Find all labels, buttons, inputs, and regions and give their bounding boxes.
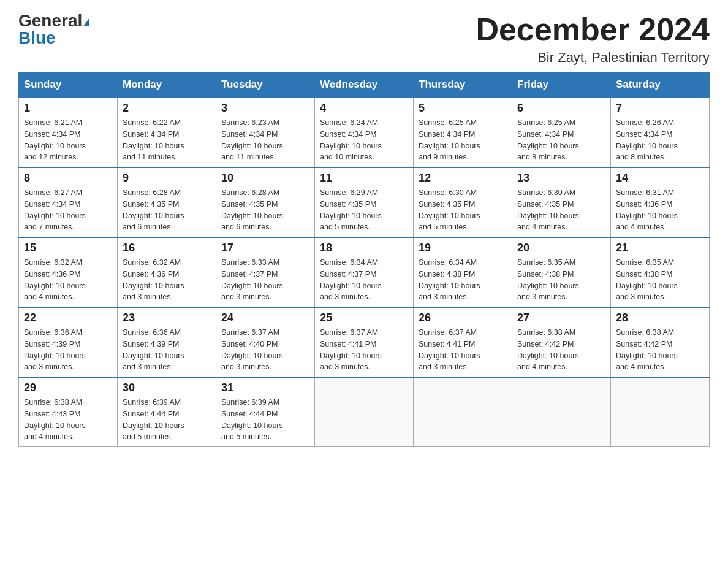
day-number: 23 — [123, 312, 211, 324]
day-info: Sunrise: 6:36 AM Sunset: 4:39 PM Dayligh… — [123, 327, 211, 373]
table-row: 14 Sunrise: 6:31 AM Sunset: 4:36 PM Dayl… — [611, 167, 710, 237]
location-title: Bir Zayt, Palestinian Territory — [476, 50, 710, 66]
table-row: 19 Sunrise: 6:34 AM Sunset: 4:38 PM Dayl… — [414, 237, 512, 307]
day-info: Sunrise: 6:34 AM Sunset: 4:37 PM Dayligh… — [320, 257, 408, 303]
table-row: 26 Sunrise: 6:37 AM Sunset: 4:41 PM Dayl… — [414, 307, 512, 377]
table-row: 3 Sunrise: 6:23 AM Sunset: 4:34 PM Dayli… — [216, 98, 315, 167]
week-row-4: 22 Sunrise: 6:36 AM Sunset: 4:39 PM Dayl… — [19, 307, 710, 377]
day-number: 15 — [24, 242, 112, 255]
day-number: 7 — [616, 102, 704, 115]
day-number: 9 — [123, 172, 211, 185]
day-info: Sunrise: 6:22 AM Sunset: 4:34 PM Dayligh… — [123, 117, 211, 163]
day-info: Sunrise: 6:28 AM Sunset: 4:35 PM Dayligh… — [221, 187, 309, 233]
day-number: 28 — [616, 312, 704, 324]
day-number: 31 — [221, 381, 309, 394]
col-saturday: Saturday — [611, 72, 710, 98]
week-row-2: 8 Sunrise: 6:27 AM Sunset: 4:34 PM Dayli… — [19, 167, 710, 237]
day-info: Sunrise: 6:34 AM Sunset: 4:38 PM Dayligh… — [419, 257, 507, 303]
table-row: 21 Sunrise: 6:35 AM Sunset: 4:38 PM Dayl… — [611, 237, 710, 307]
day-info: Sunrise: 6:35 AM Sunset: 4:38 PM Dayligh… — [616, 257, 704, 303]
day-info: Sunrise: 6:36 AM Sunset: 4:39 PM Dayligh… — [24, 327, 112, 373]
day-info: Sunrise: 6:28 AM Sunset: 4:35 PM Dayligh… — [123, 187, 211, 233]
day-info: Sunrise: 6:39 AM Sunset: 4:44 PM Dayligh… — [123, 397, 211, 443]
table-row: 27 Sunrise: 6:38 AM Sunset: 4:42 PM Dayl… — [512, 307, 611, 377]
day-number: 19 — [419, 242, 507, 255]
table-row: 18 Sunrise: 6:34 AM Sunset: 4:37 PM Dayl… — [315, 237, 414, 307]
page-header: General Blue December 2024 Bir Zayt, Pal… — [18, 12, 710, 66]
day-info: Sunrise: 6:38 AM Sunset: 4:43 PM Dayligh… — [24, 397, 112, 443]
day-info: Sunrise: 6:25 AM Sunset: 4:34 PM Dayligh… — [419, 117, 507, 163]
table-row: 1 Sunrise: 6:21 AM Sunset: 4:34 PM Dayli… — [19, 98, 118, 167]
week-row-1: 1 Sunrise: 6:21 AM Sunset: 4:34 PM Dayli… — [19, 98, 710, 167]
table-row: 13 Sunrise: 6:30 AM Sunset: 4:35 PM Dayl… — [512, 167, 611, 237]
day-info: Sunrise: 6:39 AM Sunset: 4:44 PM Dayligh… — [221, 397, 309, 443]
day-number: 29 — [24, 381, 112, 394]
day-info: Sunrise: 6:24 AM Sunset: 4:34 PM Dayligh… — [320, 117, 408, 163]
table-row: 4 Sunrise: 6:24 AM Sunset: 4:34 PM Dayli… — [315, 98, 414, 167]
day-number: 5 — [419, 102, 507, 115]
table-row: 24 Sunrise: 6:37 AM Sunset: 4:40 PM Dayl… — [216, 307, 315, 377]
day-info: Sunrise: 6:25 AM Sunset: 4:34 PM Dayligh… — [517, 117, 605, 163]
day-info: Sunrise: 6:21 AM Sunset: 4:34 PM Dayligh… — [24, 117, 112, 163]
day-number: 12 — [419, 172, 507, 185]
table-row: 25 Sunrise: 6:37 AM Sunset: 4:41 PM Dayl… — [315, 307, 414, 377]
day-number: 30 — [123, 381, 211, 394]
day-number: 10 — [221, 172, 309, 185]
day-info: Sunrise: 6:37 AM Sunset: 4:41 PM Dayligh… — [419, 327, 507, 373]
table-row: 28 Sunrise: 6:38 AM Sunset: 4:42 PM Dayl… — [611, 307, 710, 377]
week-row-5: 29 Sunrise: 6:38 AM Sunset: 4:43 PM Dayl… — [19, 377, 710, 447]
table-row — [315, 377, 414, 447]
day-info: Sunrise: 6:30 AM Sunset: 4:35 PM Dayligh… — [517, 187, 605, 233]
day-number: 25 — [320, 312, 408, 324]
day-number: 4 — [320, 102, 408, 115]
day-number: 18 — [320, 242, 408, 255]
col-tuesday: Tuesday — [216, 72, 315, 98]
day-info: Sunrise: 6:30 AM Sunset: 4:35 PM Dayligh… — [419, 187, 507, 233]
day-info: Sunrise: 6:23 AM Sunset: 4:34 PM Dayligh… — [221, 117, 309, 163]
day-number: 22 — [24, 312, 112, 324]
day-number: 6 — [517, 102, 605, 115]
month-title: December 2024 — [476, 12, 710, 47]
day-number: 27 — [517, 312, 605, 324]
day-info: Sunrise: 6:29 AM Sunset: 4:35 PM Dayligh… — [320, 187, 408, 233]
day-info: Sunrise: 6:26 AM Sunset: 4:34 PM Dayligh… — [616, 117, 704, 163]
day-info: Sunrise: 6:31 AM Sunset: 4:36 PM Dayligh… — [616, 187, 704, 233]
table-row: 15 Sunrise: 6:32 AM Sunset: 4:36 PM Dayl… — [19, 237, 118, 307]
title-area: December 2024 Bir Zayt, Palestinian Terr… — [476, 12, 710, 66]
day-number: 14 — [616, 172, 704, 185]
col-sunday: Sunday — [19, 72, 118, 98]
day-number: 1 — [24, 102, 112, 115]
day-info: Sunrise: 6:32 AM Sunset: 4:36 PM Dayligh… — [24, 257, 112, 303]
day-number: 26 — [419, 312, 507, 324]
table-row: 5 Sunrise: 6:25 AM Sunset: 4:34 PM Dayli… — [414, 98, 512, 167]
day-info: Sunrise: 6:27 AM Sunset: 4:34 PM Dayligh… — [24, 187, 112, 233]
day-info: Sunrise: 6:37 AM Sunset: 4:40 PM Dayligh… — [221, 327, 309, 373]
day-number: 13 — [517, 172, 605, 185]
day-info: Sunrise: 6:38 AM Sunset: 4:42 PM Dayligh… — [517, 327, 605, 373]
day-number: 2 — [123, 102, 211, 115]
day-info: Sunrise: 6:38 AM Sunset: 4:42 PM Dayligh… — [616, 327, 704, 373]
table-row: 16 Sunrise: 6:32 AM Sunset: 4:36 PM Dayl… — [118, 237, 216, 307]
day-number: 11 — [320, 172, 408, 185]
day-number: 21 — [616, 242, 704, 255]
day-info: Sunrise: 6:37 AM Sunset: 4:41 PM Dayligh… — [320, 327, 408, 373]
day-number: 24 — [221, 312, 309, 324]
table-row: 2 Sunrise: 6:22 AM Sunset: 4:34 PM Dayli… — [118, 98, 216, 167]
table-row: 31 Sunrise: 6:39 AM Sunset: 4:44 PM Dayl… — [216, 377, 315, 447]
table-row: 11 Sunrise: 6:29 AM Sunset: 4:35 PM Dayl… — [315, 167, 414, 237]
col-thursday: Thursday — [414, 72, 512, 98]
day-number: 8 — [24, 172, 112, 185]
table-row — [414, 377, 512, 447]
logo: General Blue — [18, 12, 89, 47]
day-info: Sunrise: 6:32 AM Sunset: 4:36 PM Dayligh… — [123, 257, 211, 303]
logo-text: General Blue — [18, 12, 89, 47]
table-row: 23 Sunrise: 6:36 AM Sunset: 4:39 PM Dayl… — [118, 307, 216, 377]
week-row-3: 15 Sunrise: 6:32 AM Sunset: 4:36 PM Dayl… — [19, 237, 710, 307]
day-number: 20 — [517, 242, 605, 255]
calendar-table: Sunday Monday Tuesday Wednesday Thursday… — [18, 72, 710, 447]
table-row: 6 Sunrise: 6:25 AM Sunset: 4:34 PM Dayli… — [512, 98, 611, 167]
table-row — [512, 377, 611, 447]
logo-blue-text: Blue — [18, 28, 56, 47]
col-friday: Friday — [512, 72, 611, 98]
table-row: 8 Sunrise: 6:27 AM Sunset: 4:34 PM Dayli… — [19, 167, 118, 237]
